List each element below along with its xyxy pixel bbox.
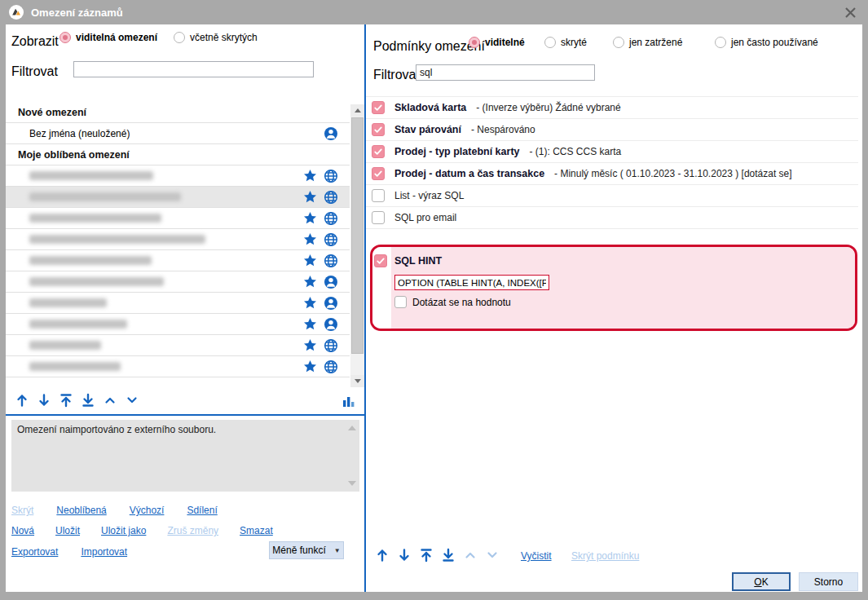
info-scroll-up-icon[interactable] bbox=[346, 423, 358, 433]
radio-often-used[interactable]: jen často používané bbox=[715, 37, 818, 48]
scroll-down-icon[interactable] bbox=[350, 375, 364, 387]
conditions-list: Skladová karta - (Inverze výběru) Žádné … bbox=[366, 96, 858, 229]
radio-including-hidden[interactable]: včetně skrytých bbox=[174, 32, 258, 43]
star-icon[interactable] bbox=[303, 296, 317, 310]
radio-visible-restrictions[interactable]: viditelná omezení bbox=[59, 32, 157, 43]
collapse-up-icon-disabled[interactable] bbox=[461, 546, 479, 564]
condition-row[interactable]: List - výraz SQL bbox=[366, 185, 858, 207]
globe-icon bbox=[324, 190, 338, 205]
star-icon[interactable] bbox=[303, 317, 317, 331]
close-icon[interactable] bbox=[840, 2, 860, 22]
radio-icon bbox=[174, 32, 185, 43]
link-save[interactable]: Uložit bbox=[55, 525, 80, 536]
star-icon[interactable] bbox=[303, 254, 317, 267]
sql-hint-title: SQL HINT bbox=[394, 255, 847, 267]
checkbox-checked-icon[interactable] bbox=[372, 167, 385, 180]
list-scrollbar[interactable] bbox=[350, 104, 364, 387]
checkbox-checked-icon[interactable] bbox=[372, 145, 385, 158]
right-filter-input[interactable] bbox=[416, 64, 595, 81]
chart-icon[interactable] bbox=[340, 392, 358, 410]
checkbox-unchecked-icon[interactable] bbox=[394, 296, 407, 308]
cancel-button[interactable]: Storno bbox=[799, 572, 858, 591]
link-discard-changes[interactable]: Zruš změny bbox=[167, 525, 218, 536]
list-item[interactable] bbox=[6, 356, 350, 377]
saved-restrictions-panel: Zobrazit viditelná omezení včetně skrytý… bbox=[6, 24, 364, 592]
checkbox-unchecked-icon[interactable] bbox=[372, 211, 385, 224]
radio-visible-conditions[interactable]: viditelné bbox=[469, 37, 525, 48]
conditions-panel: Podmínky omezení viditelné skryté jen za… bbox=[366, 24, 862, 592]
link-import[interactable]: Importovat bbox=[81, 546, 127, 558]
ok-button[interactable]: OK bbox=[732, 572, 791, 591]
left-filter-input[interactable] bbox=[73, 61, 314, 77]
checkbox-checked-icon[interactable] bbox=[374, 254, 387, 267]
scrollbar-thumb[interactable] bbox=[351, 117, 364, 354]
less-functions-button[interactable]: Méně funkcí ▼ bbox=[269, 541, 344, 559]
link-hide[interactable]: Skrýt bbox=[11, 505, 33, 516]
link-export[interactable]: Exportovat bbox=[11, 546, 58, 558]
link-sharing[interactable]: Sdílení bbox=[187, 505, 217, 516]
globe-icon bbox=[324, 254, 338, 268]
restriction-info-textarea[interactable]: Omezení naimportováno z externího soubor… bbox=[11, 420, 359, 492]
globe-icon bbox=[324, 360, 338, 374]
star-icon[interactable] bbox=[303, 169, 317, 183]
left-divider bbox=[6, 414, 364, 416]
globe-icon bbox=[324, 338, 338, 353]
link-default[interactable]: Výchozí bbox=[130, 505, 165, 516]
list-item[interactable] bbox=[6, 293, 350, 314]
move-up-icon[interactable] bbox=[13, 391, 31, 409]
link-unfavorite[interactable]: Neoblíbená bbox=[56, 505, 106, 516]
move-up-icon[interactable] bbox=[373, 546, 391, 564]
list-item[interactable] bbox=[6, 314, 350, 335]
move-top-icon[interactable] bbox=[57, 391, 75, 409]
list-item[interactable] bbox=[6, 335, 350, 356]
globe-icon bbox=[324, 169, 338, 183]
star-icon[interactable] bbox=[303, 232, 317, 246]
collapse-up-icon[interactable] bbox=[101, 391, 119, 409]
filter-label: Filtrovat bbox=[373, 68, 420, 82]
scroll-up-icon[interactable] bbox=[350, 104, 364, 117]
star-icon[interactable] bbox=[303, 211, 317, 225]
condition-row[interactable]: Prodej - datum a čas transakce - Minulý … bbox=[366, 163, 858, 185]
radio-hidden-conditions[interactable]: skryté bbox=[544, 37, 587, 48]
links-row-3: Exportovat Importovat bbox=[11, 546, 127, 558]
collapse-down-icon-disabled[interactable] bbox=[483, 546, 501, 564]
checkbox-checked-icon[interactable] bbox=[372, 101, 385, 114]
star-icon[interactable] bbox=[303, 275, 317, 289]
list-item[interactable] bbox=[6, 250, 350, 271]
move-down-icon[interactable] bbox=[395, 546, 413, 564]
move-down-icon[interactable] bbox=[35, 391, 53, 409]
restrictions-list: Nové omezení Bez jména (neuložené) Moje … bbox=[6, 102, 364, 387]
checkbox-checked-icon[interactable] bbox=[372, 123, 385, 136]
move-bottom-icon[interactable] bbox=[439, 546, 457, 564]
move-top-icon[interactable] bbox=[417, 546, 435, 564]
link-delete[interactable]: Smazat bbox=[240, 525, 273, 536]
radio-icon bbox=[613, 37, 624, 48]
link-new[interactable]: Nová bbox=[11, 525, 34, 536]
collapse-down-icon[interactable] bbox=[123, 391, 141, 409]
sql-hint-input[interactable] bbox=[394, 275, 549, 290]
list-item-selected[interactable] bbox=[6, 187, 350, 208]
list-item[interactable] bbox=[6, 271, 350, 293]
link-clear[interactable]: Vyčistit bbox=[521, 550, 552, 562]
condition-row[interactable]: SQL pro email bbox=[366, 207, 858, 229]
list-item[interactable] bbox=[6, 229, 350, 250]
move-bottom-icon[interactable] bbox=[79, 391, 97, 409]
globe-icon bbox=[324, 232, 338, 247]
list-item[interactable] bbox=[6, 208, 350, 229]
star-icon[interactable] bbox=[303, 338, 317, 352]
user-icon bbox=[324, 296, 338, 311]
link-save-as[interactable]: Uložit jako bbox=[101, 525, 146, 536]
star-icon[interactable] bbox=[303, 190, 317, 204]
condition-row[interactable]: Stav párování - Nespárováno bbox=[366, 119, 858, 141]
radio-icon bbox=[715, 37, 726, 48]
radio-icon bbox=[469, 37, 480, 48]
list-item-unsaved[interactable]: Bez jména (neuložené) bbox=[6, 123, 350, 144]
condition-row[interactable]: Prodej - typ platební karty - (1): CCS C… bbox=[366, 141, 858, 163]
link-hide-condition[interactable]: Skrýt podmínku bbox=[571, 550, 639, 562]
condition-row[interactable]: Skladová karta - (Inverze výběru) Žádné … bbox=[366, 97, 858, 119]
star-icon[interactable] bbox=[303, 360, 317, 373]
info-scroll-down-icon[interactable] bbox=[346, 479, 358, 488]
list-item[interactable] bbox=[6, 165, 350, 187]
checkbox-unchecked-icon[interactable] bbox=[372, 189, 385, 202]
radio-only-checked[interactable]: jen zatržené bbox=[613, 37, 682, 48]
